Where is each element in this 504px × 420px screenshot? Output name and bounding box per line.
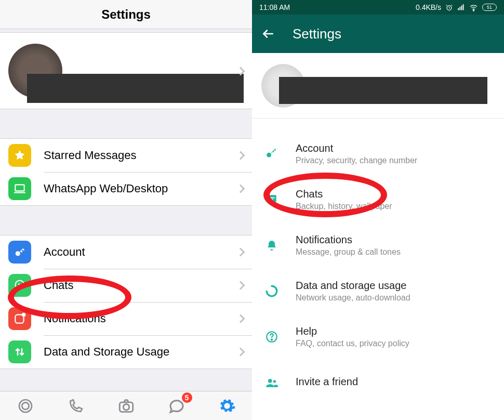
svg-point-8 [123,404,129,410]
svg-point-15 [267,153,271,158]
laptop-icon [8,177,31,200]
row-title: Data and storage usage [296,280,410,292]
svg-rect-17 [269,199,273,200]
svg-point-21 [273,380,276,383]
data-storage-row[interactable]: Data and storage usage Network usage, au… [252,268,504,314]
ios-tabbar: 5 [0,391,252,420]
key-icon [8,241,31,264]
svg-rect-12 [461,5,462,10]
bell-icon [263,237,280,254]
svg-point-14 [473,10,474,11]
ios-settings-screen: Settings Starred Messages WhatsApp Web/D… [0,0,252,420]
row-title: Account [296,142,417,154]
app-badge-icon [8,307,31,330]
signal-icon [457,4,465,11]
svg-point-1 [16,251,20,256]
svg-point-6 [22,402,29,409]
people-icon [263,374,280,391]
status-netspeed: 0.4KB/s [416,3,441,11]
notifications-row[interactable]: Notifications [0,302,252,335]
invite-friend-row[interactable]: Invite a friend [252,360,504,405]
row-subtitle: Backup, history, wallpaper [296,202,392,211]
star-icon [8,144,31,167]
settings-group-1: Starred Messages WhatsApp Web/Desktop [0,138,252,206]
chevron-right-icon [236,185,245,193]
chevron-right-icon [236,248,245,257]
row-label: Account [44,245,237,259]
tab-camera[interactable] [116,396,137,416]
back-button[interactable] [261,27,275,41]
svg-rect-10 [458,8,459,10]
whatsapp-web-row[interactable]: WhatsApp Web/Desktop [0,172,252,205]
row-label: Chats [44,279,237,292]
chevron-right-icon [236,281,245,290]
status-time: 11:08 AM [259,3,290,11]
ios-header: Settings [0,0,252,29]
chats-row[interactable]: Chats Backup, history, wallpaper [252,177,504,222]
chat-badge: 5 [182,392,192,403]
chat-icon [263,191,280,208]
battery-level: 51 [482,4,497,11]
svg-point-5 [19,400,32,412]
row-subtitle: Message, group & call tones [296,247,401,257]
chevron-right-icon [236,348,245,357]
data-usage-icon [263,283,280,299]
settings-group-2: Account Chats Notifications Data and Sto… [0,235,252,369]
row-label: Data and Storage Usage [44,345,237,359]
account-row[interactable]: Account Privacy, security, change number [252,131,504,177]
key-icon [263,146,280,162]
chevron-right-icon [236,314,245,323]
starred-messages-row[interactable]: Starred Messages [0,139,252,172]
row-label: Starred Messages [44,149,237,162]
svg-rect-0 [15,185,24,191]
row-title: Chats [296,188,392,200]
data-storage-row[interactable]: Data and Storage Usage [0,335,252,369]
svg-rect-13 [463,4,464,10]
alarm-icon [445,4,453,11]
whatsapp-icon [8,274,31,297]
page-title: Settings [101,7,151,22]
row-label: Notifications [44,312,237,325]
settings-list: Account Privacy, security, change number… [252,119,504,405]
tab-settings[interactable] [217,396,237,416]
tab-status[interactable] [15,396,36,416]
row-subtitle: Network usage, auto-download [296,293,410,303]
svg-point-19 [271,339,272,340]
redacted-name [27,74,244,103]
android-appbar: Settings [252,15,504,53]
updown-arrows-icon [8,340,31,363]
tab-calls[interactable] [65,396,86,416]
row-title: Invite a friend [296,376,358,388]
android-settings-screen: 11:08 AM 0.4KB/s 51 Settings Account [252,0,504,420]
svg-rect-11 [459,7,460,10]
notifications-row[interactable]: Notifications Message, group & call tone… [252,222,504,268]
help-icon [263,329,280,345]
svg-point-20 [268,379,272,383]
help-row[interactable]: Help FAQ, contact us, privacy policy [252,314,504,360]
chevron-right-icon [236,151,245,160]
row-title: Notifications [296,234,401,246]
chats-row[interactable]: Chats [0,269,252,302]
row-title: Help [296,325,409,337]
svg-point-4 [22,313,26,317]
battery-icon: 51 [482,4,497,11]
row-subtitle: FAQ, contact us, privacy policy [296,339,409,348]
account-row[interactable]: Account [0,235,252,269]
row-subtitle: Privacy, security, change number [296,156,417,165]
svg-rect-16 [269,198,275,199]
profile-row[interactable] [252,53,504,119]
page-title: Settings [293,26,341,42]
redacted-name [279,77,487,104]
wifi-icon [469,3,478,12]
row-label: WhatsApp Web/Desktop [44,182,237,195]
tab-chats[interactable]: 5 [166,396,187,416]
android-statusbar: 11:08 AM 0.4KB/s 51 [252,0,504,15]
profile-row[interactable] [0,32,252,109]
